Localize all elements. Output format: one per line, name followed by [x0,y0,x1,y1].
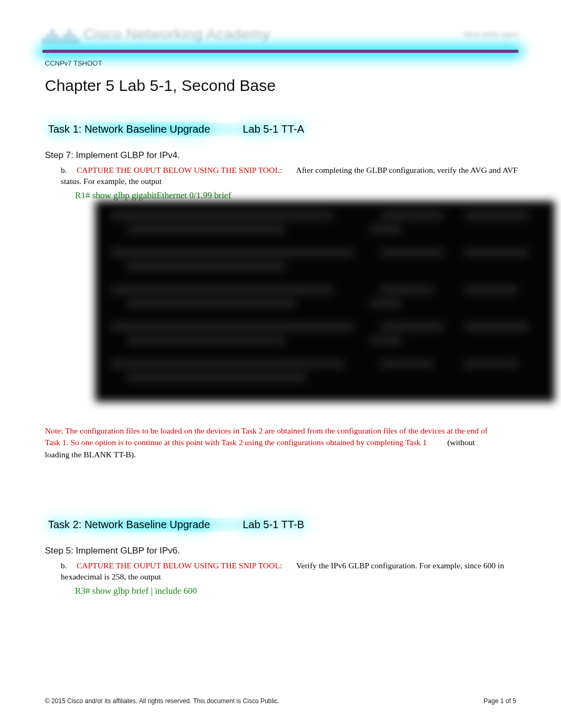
task2-heading-b: Lab 5-1 TT-B [242,519,304,530]
task2-heading: Task 2: Network Baseline Upgrade Lab 5-1… [45,518,307,532]
task1-item-b: b. CAPTURE THE OUPUT BELOW USING THE SNI… [61,165,529,187]
chapter-title: Chapter 5 Lab 5-1, Second Base [45,77,529,95]
tagline: Mind Wide Open [464,30,519,39]
header-bar: Cisco Networking Academy Mind Wide Open [42,21,519,48]
task1-step: Step 7: Implement GLBP for IPv4. [45,150,529,161]
task2-heading-a: Task 2: Network Baseline Upgrade [48,519,210,530]
task1-capture-instruction: CAPTURE THE OUPUT BELOW USING THE SNIP T… [77,165,282,174]
task2-item-b: b. CAPTURE THE OUPUT BELOW USING THE SNI… [61,560,529,583]
footer: © 2015 Cisco and/or its affiliates. All … [45,697,516,705]
academy-title: Cisco Networking Academy [83,26,270,43]
task1-command: R1# show glbp gigabitEthernet 0/1.99 bri… [75,190,529,201]
task1-heading-b: Lab 5-1 TT-A [242,123,304,135]
task1-heading-a: Task 1: Network Baseline Upgrade [48,123,210,135]
task1-output-screenshot [95,201,555,402]
course-code: CCNPv7 TSHOOT [45,59,529,67]
note-block: Note: The configuration files to be load… [45,425,499,460]
logo-block: Cisco Networking Academy [42,24,270,45]
task2-command: R3# show glbp brief | include 600 [75,586,529,596]
note-red: Note: The configuration files to be load… [45,426,488,447]
task2-item-letter: b. [61,560,74,572]
footer-page: Page 1 of 5 [484,697,516,705]
task2-step: Step 5: Implement GLBP for IPv6. [45,546,529,556]
task2-capture-instruction: CAPTURE THE OUPUT BELOW USING THE SNIP T… [77,561,282,570]
cisco-logo-icon [42,24,79,45]
header-divider [42,50,519,53]
task1-item-letter: b. [61,165,74,176]
task1-heading: Task 1: Network Baseline Upgrade Lab 5-1… [45,122,307,136]
footer-copyright: © 2015 Cisco and/or its affiliates. All … [45,697,279,705]
